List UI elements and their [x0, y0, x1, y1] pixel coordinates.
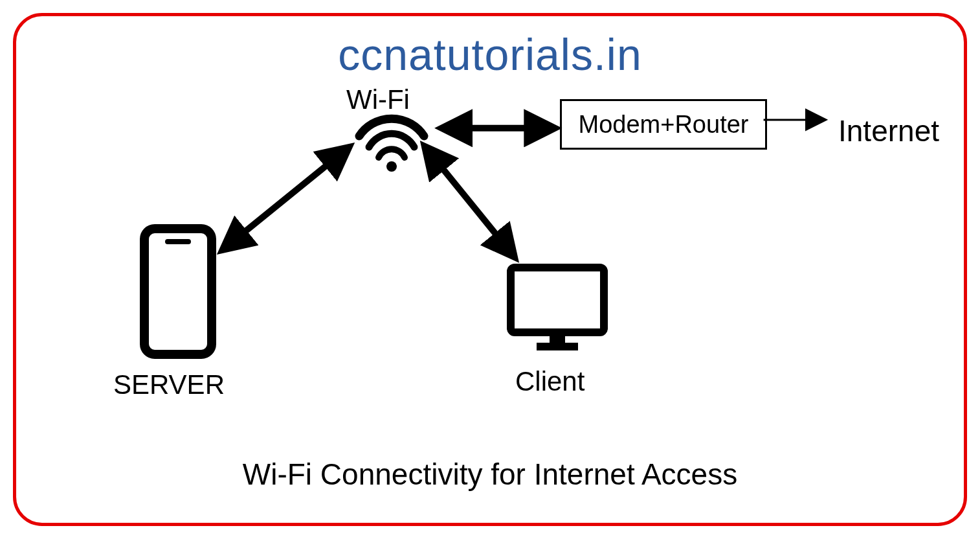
svg-rect-3	[511, 268, 604, 332]
svg-rect-2	[165, 239, 191, 244]
svg-rect-1	[144, 229, 212, 354]
server-label: SERVER	[113, 369, 225, 400]
arrow-client-wifi	[428, 150, 511, 253]
svg-rect-4	[550, 332, 565, 344]
phone-icon	[139, 224, 217, 360]
svg-rect-5	[537, 343, 578, 350]
modem-router-label: Modem+Router	[579, 111, 749, 139]
client-label: Client	[515, 366, 585, 397]
monitor-icon	[506, 262, 609, 353]
diagram-caption: Wi-Fi Connectivity for Internet Access	[243, 457, 737, 492]
internet-label: Internet	[838, 113, 939, 148]
wifi-label: Wi-Fi	[346, 84, 410, 115]
svg-point-0	[386, 161, 397, 172]
diagram-frame: ccnatutorials.in Wi-Fi Modem+Router Inte…	[13, 13, 967, 526]
modem-router-box: Modem+Router	[560, 99, 767, 150]
watermark-text: ccnatutorials.in	[338, 29, 642, 80]
arrow-server-wifi	[227, 150, 345, 246]
wifi-icon	[353, 113, 430, 172]
